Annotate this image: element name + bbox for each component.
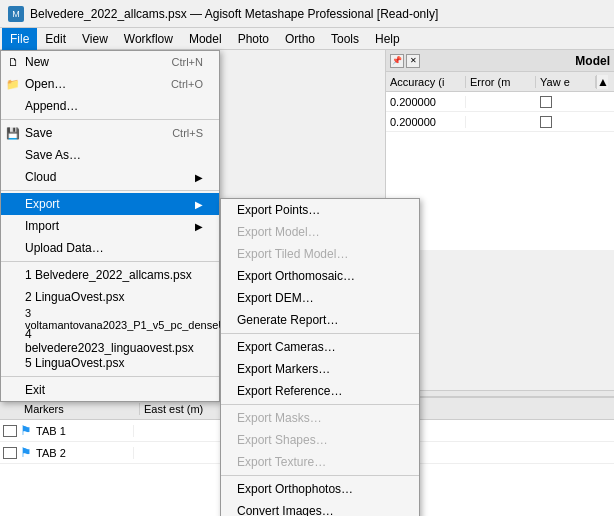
- panel-pin-btn[interactable]: 📌: [390, 54, 404, 68]
- export-masks: Export Masks…: [221, 407, 419, 429]
- import-arrow: ▶: [195, 221, 203, 232]
- cell-yaw-1: [536, 96, 596, 108]
- markers-th-east: East est (m): [140, 403, 230, 415]
- menu-help[interactable]: Help: [367, 28, 408, 50]
- marker-flag-2: ⚑: [20, 445, 32, 460]
- menu-file[interactable]: File: [2, 28, 37, 50]
- submenu-sep-2: [221, 404, 419, 405]
- app-icon: M: [8, 6, 24, 22]
- menu-export[interactable]: Export ▶: [1, 193, 219, 215]
- menu-workflow[interactable]: Workflow: [116, 28, 181, 50]
- submenu-sep-3: [221, 475, 419, 476]
- export-submenu: Export Points… Export Model… Export Tile…: [220, 198, 420, 516]
- menu-edit[interactable]: Edit: [37, 28, 74, 50]
- menu-save-as[interactable]: Save As…: [1, 144, 219, 166]
- marker-flag-1: ⚑: [20, 423, 32, 438]
- checkbox-2[interactable]: [540, 116, 552, 128]
- table-row: 0.200000: [386, 112, 614, 132]
- separator-3: [1, 261, 219, 262]
- open-icon: 📁: [5, 76, 21, 92]
- table-header-row: Accuracy (i Error (m Yaw e ▲: [386, 72, 614, 92]
- export-tiled-model: Export Tiled Model…: [221, 243, 419, 265]
- panel-title: Model: [575, 54, 610, 68]
- panel-close-btn[interactable]: ✕: [406, 54, 420, 68]
- separator-2: [1, 190, 219, 191]
- scrollbar-up[interactable]: ▲: [596, 75, 608, 89]
- menu-recent-5[interactable]: 5 LinguaOvest.psx: [1, 352, 219, 374]
- separator-1: [1, 119, 219, 120]
- menu-upload[interactable]: Upload Data…: [1, 237, 219, 259]
- menu-view[interactable]: View: [74, 28, 116, 50]
- th-yaw: Yaw e: [536, 76, 596, 88]
- menu-bar: File Edit View Workflow Model Photo Orth…: [0, 28, 614, 50]
- menu-recent-4[interactable]: 4 belvedere2023_linguaovest.psx: [1, 330, 219, 352]
- submenu-sep-1: [221, 333, 419, 334]
- panel-buttons: 📌 ✕: [390, 54, 420, 68]
- th-accuracy: Accuracy (i: [386, 76, 466, 88]
- title-bar: M Belvedere_2022_allcams.psx — Agisoft M…: [0, 0, 614, 28]
- title-text: Belvedere_2022_allcams.psx — Agisoft Met…: [30, 7, 438, 21]
- export-shapes: Export Shapes…: [221, 429, 419, 451]
- export-cameras[interactable]: Export Cameras…: [221, 336, 419, 358]
- menu-append[interactable]: Append…: [1, 95, 219, 117]
- menu-import[interactable]: Import ▶: [1, 215, 219, 237]
- export-dem[interactable]: Export DEM…: [221, 287, 419, 309]
- checkbox-1[interactable]: [540, 96, 552, 108]
- marker-label-1: TAB 1: [34, 425, 134, 437]
- file-dropdown: 🗋 New Ctrl+N 📁 Open… Ctrl+O Append… 💾 Sa…: [0, 50, 220, 402]
- export-model: Export Model…: [221, 221, 419, 243]
- main-content: 🗋 New Ctrl+N 📁 Open… Ctrl+O Append… 💾 Sa…: [0, 50, 614, 516]
- cell-accuracy-2: 0.200000: [386, 116, 466, 128]
- marker-label-2: TAB 2: [34, 447, 134, 459]
- menu-recent-2[interactable]: 2 LinguaOvest.psx: [1, 286, 219, 308]
- cell-yaw-2: [536, 116, 596, 128]
- export-arrow: ▶: [195, 199, 203, 210]
- menu-cloud[interactable]: Cloud ▶: [1, 166, 219, 188]
- export-markers[interactable]: Export Markers…: [221, 358, 419, 380]
- markers-th-label: Markers: [20, 403, 140, 415]
- export-texture: Export Texture…: [221, 451, 419, 473]
- th-error: Error (m: [466, 76, 536, 88]
- cloud-arrow: ▶: [195, 172, 203, 183]
- separator-4: [1, 376, 219, 377]
- menu-tools[interactable]: Tools: [323, 28, 367, 50]
- table-row: 0.200000: [386, 92, 614, 112]
- right-panel-header: 📌 ✕ Model: [386, 50, 614, 72]
- convert-images[interactable]: Convert Images…: [221, 500, 419, 516]
- menu-recent-1[interactable]: 1 Belvedere_2022_allcams.psx: [1, 264, 219, 286]
- menu-model[interactable]: Model: [181, 28, 230, 50]
- marker-checkbox-1[interactable]: [3, 425, 17, 437]
- menu-new[interactable]: 🗋 New Ctrl+N: [1, 51, 219, 73]
- menu-exit[interactable]: Exit: [1, 379, 219, 401]
- export-orthomosaic[interactable]: Export Orthomosaic…: [221, 265, 419, 287]
- menu-ortho[interactable]: Ortho: [277, 28, 323, 50]
- export-reference[interactable]: Export Reference…: [221, 380, 419, 402]
- menu-save[interactable]: 💾 Save Ctrl+S: [1, 122, 219, 144]
- save-icon: 💾: [5, 125, 21, 141]
- marker-checkbox-2[interactable]: [3, 447, 17, 459]
- export-points[interactable]: Export Points…: [221, 199, 419, 221]
- export-orthophotos[interactable]: Export Orthophotos…: [221, 478, 419, 500]
- generate-report[interactable]: Generate Report…: [221, 309, 419, 331]
- menu-photo[interactable]: Photo: [230, 28, 277, 50]
- menu-open[interactable]: 📁 Open… Ctrl+O: [1, 73, 219, 95]
- new-icon: 🗋: [5, 54, 21, 70]
- cell-accuracy-1: 0.200000: [386, 96, 466, 108]
